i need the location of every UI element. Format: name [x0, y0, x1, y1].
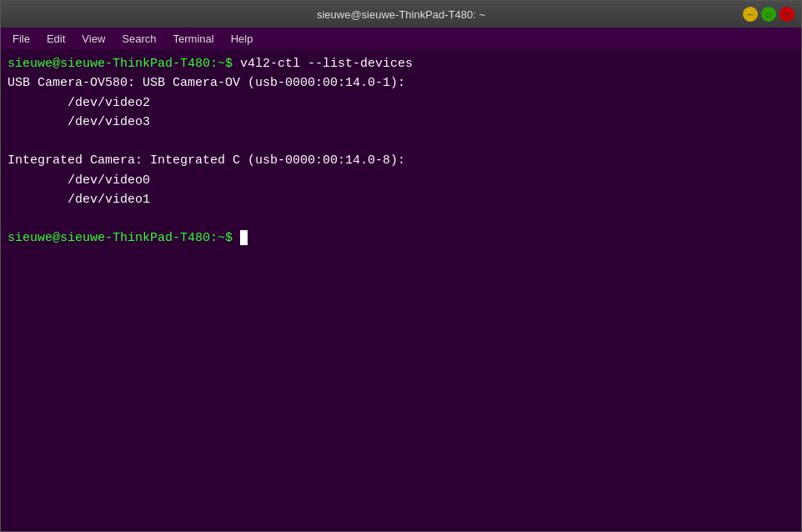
terminal-line-4: /dev/video3 — [8, 113, 794, 132]
prompt-2: sieuwe@sieuwe-ThinkPad-T480:~$ — [8, 231, 233, 245]
terminal-line-6: Integrated Camera: Integrated C (usb-000… — [8, 151, 794, 170]
prompt-1: sieuwe@sieuwe-ThinkPad-T480:~$ — [8, 57, 233, 71]
terminal-line-10: sieuwe@sieuwe-ThinkPad-T480:~$ — [8, 228, 794, 248]
terminal-line-9 — [8, 209, 794, 228]
menubar: File Edit View Search Terminal Help — [1, 28, 801, 49]
terminal-body[interactable]: sieuwe@sieuwe-ThinkPad-T480:~$ v4l2-ctl … — [1, 49, 801, 531]
cursor — [240, 230, 248, 245]
command-1: v4l2-ctl --list-devices — [233, 57, 413, 71]
window-title: sieuwe@sieuwe-ThinkPad-T480: ~ — [317, 8, 485, 21]
menu-view[interactable]: View — [73, 31, 113, 47]
minimize-button[interactable]: ─ — [743, 7, 758, 22]
terminal-line-2: USB Camera-OV580: USB Camera-OV (usb-000… — [8, 73, 794, 93]
terminal-line-5 — [8, 132, 794, 151]
prompt-dollar — [233, 231, 240, 245]
terminal-line-1: sieuwe@sieuwe-ThinkPad-T480:~$ v4l2-ctl … — [8, 54, 794, 73]
terminal-line-7: /dev/video0 — [8, 171, 794, 190]
terminal-line-3: /dev/video2 — [8, 93, 794, 113]
menu-search[interactable]: Search — [113, 31, 164, 47]
menu-terminal[interactable]: Terminal — [165, 31, 223, 47]
menu-file[interactable]: File — [4, 31, 38, 47]
close-button[interactable]: ✕ — [779, 7, 794, 22]
menu-help[interactable]: Help — [223, 31, 262, 47]
menu-edit[interactable]: Edit — [38, 31, 73, 47]
terminal-window: sieuwe@sieuwe-ThinkPad-T480: ~ ─ □ ✕ Fil… — [0, 0, 802, 532]
titlebar: sieuwe@sieuwe-ThinkPad-T480: ~ ─ □ ✕ — [1, 1, 801, 28]
maximize-button[interactable]: □ — [761, 7, 776, 22]
window-controls: ─ □ ✕ — [743, 7, 794, 22]
terminal-line-8: /dev/video1 — [8, 190, 794, 209]
